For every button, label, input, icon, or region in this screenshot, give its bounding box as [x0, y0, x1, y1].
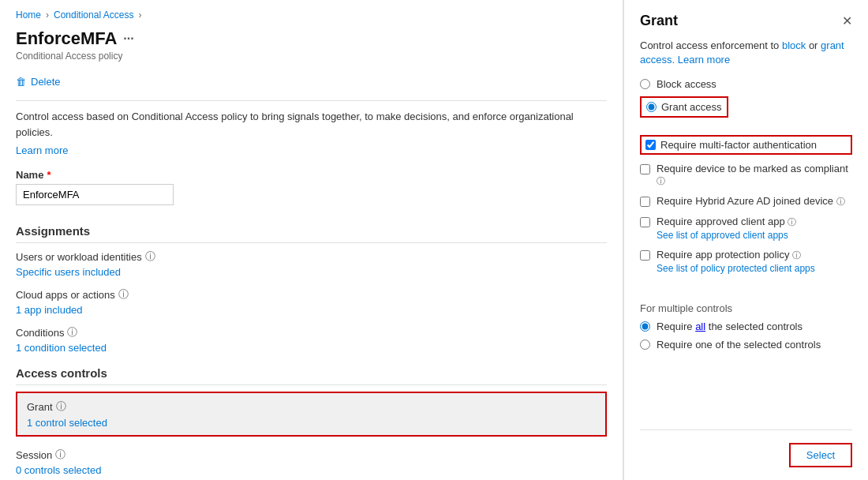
grant-box[interactable]: Grant ⓘ 1 control selected [16, 392, 607, 437]
users-info-icon[interactable]: ⓘ [145, 249, 155, 264]
more-options-icon[interactable]: ··· [123, 32, 133, 46]
panel-description: Control access enforcement to block or g… [640, 39, 852, 67]
cloud-apps-info-icon[interactable]: ⓘ [118, 287, 129, 302]
grant-control-link[interactable]: 1 control selected [27, 417, 596, 429]
require-one-label: Require one of the selected controls [657, 339, 821, 351]
grant-access-radio[interactable] [646, 102, 657, 112]
hybrid-checkbox-item: Require Hybrid Azure AD joined device ⓘ [640, 195, 852, 208]
conditions-section: Conditions ⓘ 1 condition selected [16, 325, 607, 354]
divider-1 [16, 100, 607, 101]
description-learn-more[interactable]: Learn more [16, 144, 68, 156]
session-link[interactable]: 0 controls selected [16, 464, 607, 476]
mfa-checkbox-highlight: Require multi-factor authentication [640, 135, 852, 155]
users-label: Users or workload identities ⓘ [16, 249, 607, 264]
breadcrumb-conditional-access[interactable]: Conditional Access [54, 9, 133, 21]
approved-app-checkbox[interactable] [640, 217, 650, 227]
app-protection-checkbox-item: Require app protection policy ⓘ See list… [640, 249, 852, 274]
compliant-label-group: Require device to be marked as compliant… [657, 163, 852, 187]
page-subtitle: Conditional Access policy [16, 51, 607, 62]
approved-app-label-group: Require approved client app ⓘ See list o… [657, 216, 796, 241]
required-marker: * [47, 169, 51, 181]
cloud-apps-link[interactable]: 1 app included [16, 304, 607, 316]
block-access-label: Block access [657, 78, 716, 90]
cloud-apps-label: Cloud apps or actions ⓘ [16, 287, 607, 302]
name-label: Name* [16, 169, 607, 181]
grant-access-label: Grant access [661, 101, 722, 113]
block-access-radio-item: Block access [640, 78, 852, 90]
delete-label: Delete [31, 76, 61, 88]
panel-learn-more[interactable]: Learn more [678, 54, 730, 66]
trash-icon: 🗑 [16, 76, 26, 88]
app-protection-checkbox[interactable] [640, 250, 650, 261]
approved-app-link[interactable]: See list of approved client apps [657, 230, 796, 241]
hybrid-checkbox[interactable] [640, 197, 650, 207]
conditions-label: Conditions ⓘ [16, 325, 607, 339]
main-content: Home › Conditional Access › EnforceMFA ·… [0, 0, 623, 480]
users-link[interactable]: Specific users included [16, 266, 607, 278]
name-input[interactable] [16, 184, 174, 205]
grant-link[interactable]: grant access. [640, 39, 844, 66]
description-text: Control access based on Conditional Acce… [16, 109, 607, 140]
panel-header: Grant ✕ [640, 13, 852, 29]
app-protection-link[interactable]: See list of policy protected client apps [657, 263, 815, 274]
approved-app-checkbox-item: Require approved client app ⓘ See list o… [640, 216, 852, 241]
page-title-area: EnforceMFA ··· [16, 28, 607, 49]
session-section: Session ⓘ 0 controls selected [16, 444, 607, 480]
grant-box-label: Grant ⓘ [27, 399, 596, 414]
select-button[interactable]: Select [789, 443, 852, 467]
users-section: Users or workload identities ⓘ Specific … [16, 249, 607, 278]
breadcrumb-separator-1: › [46, 9, 49, 21]
checkbox-section: Require multi-factor authentication Requ… [640, 135, 852, 282]
require-all-label: Require all the selected controls [657, 321, 803, 332]
delete-button[interactable]: 🗑 Delete [16, 73, 61, 91]
grant-access-highlight-box: Grant access [640, 96, 728, 118]
mfa-label: Require multi-factor authentication [660, 139, 817, 151]
block-access-radio[interactable] [640, 79, 650, 89]
breadcrumb: Home › Conditional Access › [16, 9, 607, 21]
app-protection-info-icon[interactable]: ⓘ [792, 250, 801, 260]
require-one-radio[interactable] [640, 339, 650, 350]
breadcrumb-separator-2: › [138, 9, 141, 21]
compliant-checkbox-item: Require device to be marked as compliant… [640, 163, 852, 187]
close-button[interactable]: ✕ [842, 13, 852, 28]
compliant-label: Require device to be marked as compliant… [657, 163, 852, 187]
page-title: EnforceMFA [16, 28, 117, 49]
access-radio-group: Block access Grant access [640, 78, 852, 124]
hybrid-info-icon[interactable]: ⓘ [836, 197, 845, 206]
require-all-radio-item: Require all the selected controls [640, 321, 852, 332]
panel-footer: Select [640, 429, 852, 467]
conditions-link[interactable]: 1 condition selected [16, 342, 607, 354]
app-protection-label: Require app protection policy ⓘ [657, 249, 815, 261]
require-all-link[interactable]: all [695, 321, 705, 332]
access-controls-header: Access controls [16, 366, 607, 385]
grant-info-icon[interactable]: ⓘ [56, 399, 66, 414]
hybrid-label: Require Hybrid Azure AD joined device ⓘ [657, 195, 845, 208]
approved-app-label: Require approved client app ⓘ [657, 216, 796, 228]
session-label: Session ⓘ [16, 448, 607, 462]
grant-access-radio-item: Grant access [640, 96, 852, 118]
require-one-radio-item: Require one of the selected controls [640, 339, 852, 351]
panel-title: Grant [640, 13, 678, 29]
mfa-checkbox[interactable] [645, 140, 656, 150]
assignments-header: Assignments [16, 224, 607, 243]
compliant-info-icon[interactable]: ⓘ [657, 176, 665, 186]
hybrid-label-group: Require Hybrid Azure AD joined device ⓘ [657, 195, 845, 208]
compliant-checkbox[interactable] [640, 164, 650, 174]
approved-app-info-icon[interactable]: ⓘ [788, 217, 796, 227]
grant-panel: Grant ✕ Control access enforcement to bl… [623, 0, 868, 480]
breadcrumb-home[interactable]: Home [16, 9, 41, 21]
multiple-controls-title: For multiple controls [640, 302, 852, 314]
conditions-info-icon[interactable]: ⓘ [67, 325, 77, 339]
block-link[interactable]: block [782, 39, 806, 51]
require-all-radio[interactable] [640, 321, 650, 332]
app-protection-label-group: Require app protection policy ⓘ See list… [657, 249, 815, 274]
cloud-apps-section: Cloud apps or actions ⓘ 1 app included [16, 287, 607, 316]
session-info-icon[interactable]: ⓘ [55, 448, 65, 462]
multiple-controls-section: For multiple controls Require all the se… [640, 302, 852, 357]
